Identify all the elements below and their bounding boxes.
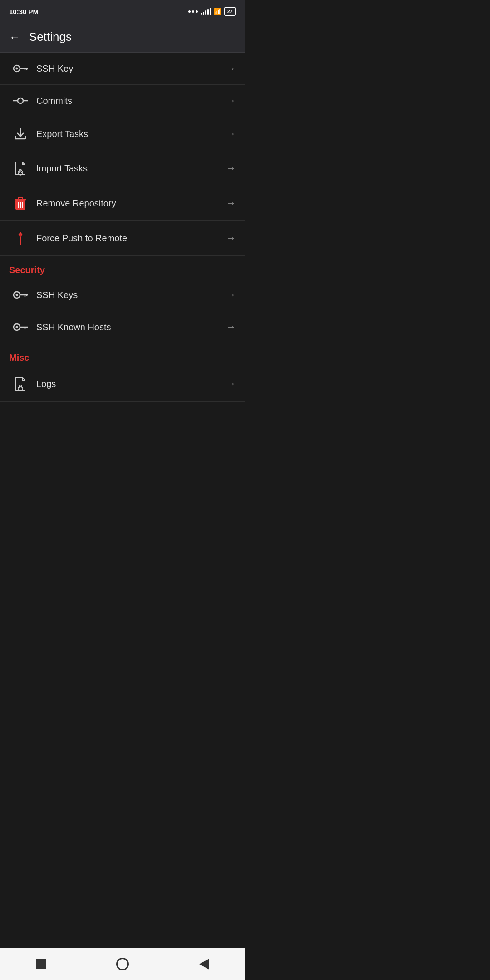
settings-item-ssh-key[interactable]: SSH Key → xyxy=(0,53,245,85)
arrow-icon: → xyxy=(226,63,236,74)
import-tasks-label: Import Tasks xyxy=(32,163,226,174)
force-push-label: Force Push to Remote xyxy=(32,233,226,244)
settings-item-ssh-keys[interactable]: SSH Keys → xyxy=(0,279,245,311)
trash-icon xyxy=(9,196,32,211)
misc-section-title: Misc xyxy=(9,353,29,363)
wifi-icon: 📶 xyxy=(214,8,221,15)
status-time: 10:30 PM xyxy=(9,8,39,15)
security-section-header: Security xyxy=(0,256,245,279)
misc-section-header: Misc xyxy=(0,343,245,367)
svg-point-6 xyxy=(18,98,23,103)
svg-point-23 xyxy=(16,294,18,296)
settings-item-remove-repository[interactable]: Remove Repository → xyxy=(0,186,245,221)
settings-header: ← Settings xyxy=(0,22,245,53)
arrow-icon: → xyxy=(226,128,236,140)
arrow-icon: → xyxy=(226,95,236,107)
signal-bars-icon xyxy=(201,8,211,15)
settings-item-logs[interactable]: R Logs → xyxy=(0,367,245,402)
status-icons: 📶 27 xyxy=(188,7,236,16)
svg-point-1 xyxy=(16,68,18,70)
security-section-title: Security xyxy=(9,265,45,275)
svg-point-28 xyxy=(16,326,18,328)
svg-point-21 xyxy=(19,234,22,237)
remove-repository-label: Remove Repository xyxy=(32,198,226,209)
commit-icon xyxy=(9,96,32,106)
arrow-icon: → xyxy=(226,289,236,301)
download-icon xyxy=(9,127,32,141)
page-title: Settings xyxy=(29,30,72,44)
logs-file-icon: R xyxy=(9,377,32,391)
status-bar: 10:30 PM 📶 27 xyxy=(0,0,245,22)
ssh-keys-label: SSH Keys xyxy=(32,290,226,300)
settings-item-ssh-known-hosts[interactable]: SSH Known Hosts → xyxy=(0,311,245,343)
signal-dots-icon xyxy=(188,10,198,13)
svg-rect-20 xyxy=(20,240,21,245)
commits-label: Commits xyxy=(32,96,226,106)
key-icon xyxy=(9,64,32,74)
back-button[interactable]: ← xyxy=(9,31,20,44)
battery-icon: 27 xyxy=(224,7,236,16)
key-icon-3 xyxy=(9,322,32,332)
settings-item-force-push[interactable]: Force Push to Remote → xyxy=(0,221,245,256)
ssh-key-label: SSH Key xyxy=(32,64,226,74)
file-import-icon: R xyxy=(9,161,32,176)
settings-item-commits[interactable]: Commits → xyxy=(0,85,245,117)
arrow-icon: → xyxy=(226,232,236,244)
arrow-icon: → xyxy=(226,321,236,333)
settings-list: SSH Key → Commits → Export Tasks → xyxy=(0,53,245,402)
svg-rect-16 xyxy=(18,197,23,200)
export-tasks-label: Export Tasks xyxy=(32,129,226,139)
settings-item-export-tasks[interactable]: Export Tasks → xyxy=(0,117,245,151)
arrow-icon: → xyxy=(226,378,236,390)
logs-label: Logs xyxy=(32,379,226,389)
settings-item-import-tasks[interactable]: R Import Tasks → xyxy=(0,151,245,186)
key-icon-2 xyxy=(9,290,32,300)
pin-icon xyxy=(9,231,32,245)
ssh-known-hosts-label: SSH Known Hosts xyxy=(32,322,226,333)
arrow-icon: → xyxy=(226,197,236,209)
arrow-icon: → xyxy=(226,162,236,174)
